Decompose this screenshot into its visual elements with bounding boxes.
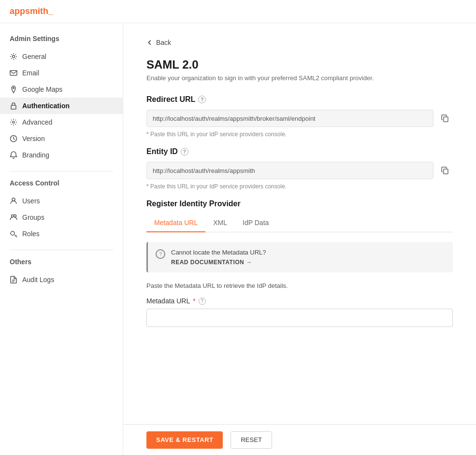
register-idp-section-label: Register Identity Provider [146,199,453,208]
svg-rect-1 [10,71,17,75]
tab-xml-label: XML [213,219,227,227]
back-button[interactable]: Back [146,39,171,46]
svg-rect-3 [11,105,16,109]
content-inner: Back SAML 2.0 Enable your organization t… [123,23,476,424]
entity-id-copy-button[interactable] [437,163,453,178]
tab-idp-data-label: IdP Data [243,219,269,227]
clock-icon [10,135,17,142]
reset-button[interactable]: RESET [231,431,272,449]
sidebar-item-version[interactable]: Version [0,130,123,147]
sidebar-groups-label: Groups [22,213,44,221]
metadata-url-alert: ? Cannot locate the Metadata URL? READ D… [146,242,453,272]
svg-rect-10 [444,117,448,122]
key-icon [10,230,17,238]
alert-text: Cannot locate the Metadata URL? [171,249,445,256]
sidebar-google-maps-label: Google Maps [22,85,62,93]
svg-point-2 [13,87,14,89]
tab-metadata-url-label: Metadata URL [154,219,198,227]
back-label: Back [156,39,171,46]
alert-question-icon: ? [156,249,165,259]
lock-icon [10,102,17,110]
entity-id-row: http://localhost/auth/realms/appsmith [146,162,453,179]
sidebar-item-google-maps[interactable]: Google Maps [0,81,123,98]
sidebar-item-general[interactable]: General [0,48,123,65]
sidebar-item-groups[interactable]: Groups [0,209,123,226]
metadata-url-label-text: Metadata URL [146,297,190,305]
sidebar-item-users[interactable]: Users [0,193,123,209]
svg-rect-11 [444,169,448,174]
sidebar-divider-2 [10,250,113,250]
redirect-url-copy-button[interactable] [437,111,453,126]
sidebar-advanced-label: Advanced [22,118,52,126]
logo-text: appsmith [10,6,48,16]
sidebar-item-email[interactable]: Email [0,65,123,81]
paste-info: Paste the Metadata URL to retrieve the I… [146,282,453,289]
tab-metadata-url[interactable]: Metadata URL [146,214,205,232]
arrow-icon: → [246,259,252,266]
sidebar: Admin Settings General Email [0,23,123,455]
page-subtitle: Enable your organization to sign in with… [146,74,453,82]
metadata-url-help-icon[interactable]: ? [199,298,206,305]
metadata-url-field[interactable] [146,309,453,327]
file-icon [10,276,17,284]
settings-icon [10,118,17,126]
alert-content: Cannot locate the Metadata URL? READ DOC… [171,249,445,266]
save-restart-button[interactable]: SAVE & RESTART [146,431,223,449]
alert-link-text: READ DOCUMENTATION [171,259,244,266]
entity-id-input: http://localhost/auth/realms/appsmith [146,162,433,179]
tabs: Metadata URL XML IdP Data [146,214,453,232]
others-title: Others [0,258,123,271]
page-title: SAML 2.0 [146,58,453,71]
logo: appsmith_ [10,6,53,16]
access-control-title: Access Control [0,179,123,193]
email-icon [10,69,17,77]
register-idp-label-text: Register Identity Provider [146,199,241,208]
group-icon [10,213,17,221]
svg-point-4 [13,121,14,123]
svg-point-6 [12,198,15,201]
metadata-url-field-label: Metadata URL * ? [146,297,453,305]
required-indicator: * [193,297,195,305]
svg-point-0 [13,56,15,58]
user-icon [10,197,17,205]
sidebar-audit-logs-label: Audit Logs [22,276,54,284]
sidebar-users-label: Users [22,197,40,205]
sidebar-email-label: Email [22,69,39,77]
sidebar-roles-label: Roles [22,230,40,238]
logo-accent: _ [48,6,53,16]
sidebar-divider-1 [10,171,113,171]
main-layout: Admin Settings General Email [0,23,476,455]
svg-point-9 [11,231,14,235]
redirect-url-help-icon[interactable]: ? [198,96,206,103]
footer: SAVE & RESTART RESET [123,424,476,455]
tab-idp-data[interactable]: IdP Data [235,214,276,232]
entity-id-label-text: Entity ID [146,147,178,156]
sidebar-item-audit-logs[interactable]: Audit Logs [0,271,123,288]
sidebar-version-label: Version [22,135,45,142]
sidebar-authentication-label: Authentication [22,102,70,110]
redirect-url-input: http://localhost/auth/realms/appsmith/br… [146,110,433,127]
svg-point-8 [14,215,16,217]
read-documentation-link[interactable]: READ DOCUMENTATION → [171,259,445,266]
redirect-url-hint: * Paste this URL in your IdP service pro… [146,131,453,138]
entity-id-hint: * Paste this URL in your IdP service pro… [146,183,453,190]
admin-settings-title: Admin Settings [0,35,123,48]
bell-icon [10,151,17,159]
sidebar-branding-label: Branding [22,151,49,159]
redirect-url-section-label: Redirect URL ? [146,95,453,104]
entity-id-help-icon[interactable]: ? [181,148,188,156]
entity-id-section-label: Entity ID ? [146,147,453,156]
sidebar-item-roles[interactable]: Roles [0,226,123,242]
redirect-url-row: http://localhost/auth/realms/appsmith/br… [146,110,453,127]
redirect-url-label-text: Redirect URL [146,95,195,104]
sidebar-general-label: General [22,53,46,60]
tab-xml[interactable]: XML [205,214,235,232]
topbar: appsmith_ [0,0,476,23]
sidebar-item-advanced[interactable]: Advanced [0,114,123,130]
sidebar-item-branding[interactable]: Branding [0,147,123,163]
gear-icon [10,53,17,60]
sidebar-item-authentication[interactable]: Authentication [0,98,123,114]
tabs-container: Metadata URL XML IdP Data [146,214,453,232]
map-pin-icon [10,85,17,93]
content-area: Back SAML 2.0 Enable your organization t… [123,23,476,455]
